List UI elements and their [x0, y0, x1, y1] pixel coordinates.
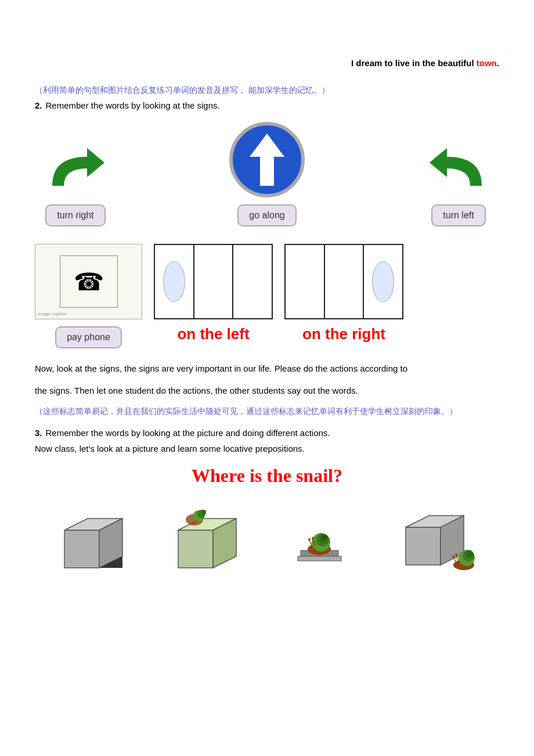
snail-title: Where is the snail? — [35, 465, 499, 487]
phone-caption: image caption — [38, 311, 67, 316]
on-the-right-item: on the right — [284, 244, 403, 343]
turn-left-arrow-icon — [424, 145, 493, 197]
turn-right-item: turn right — [41, 145, 110, 226]
snail-row — [35, 498, 499, 576]
cube-2-icon — [172, 507, 239, 574]
snail-box-1 — [59, 513, 125, 576]
phone-image-box: ☎ image caption — [35, 244, 142, 319]
left-panel-1 — [155, 245, 194, 318]
left-diagram-box — [154, 244, 273, 319]
turn-left-item: turn left — [424, 145, 493, 226]
sub-instruction: Now class, let's look at a picture and l… — [35, 444, 499, 453]
svg-rect-13 — [298, 556, 341, 561]
town-word: town — [477, 58, 497, 68]
svg-point-29 — [466, 550, 473, 557]
svg-marker-5 — [178, 530, 213, 568]
sentence-start: I dream to live in the beautiful — [351, 58, 477, 68]
svg-point-33 — [455, 553, 457, 556]
sentence-end: . — [497, 58, 499, 68]
right-diagram-box — [284, 244, 403, 319]
snail-box-2 — [172, 507, 239, 576]
cube-1-icon — [59, 513, 125, 574]
svg-point-11 — [201, 510, 206, 514]
bottom-row: ☎ image caption pay phone on the left — [35, 244, 499, 348]
paragraph-1: Now, look at the signs, the signs are ve… — [35, 360, 499, 377]
cube-4-icon — [400, 507, 475, 574]
go-along-label: go along — [237, 204, 296, 226]
turn-left-label: turn left — [431, 204, 485, 226]
instruction-2: 2.Remember the words by looking at the s… — [35, 100, 499, 110]
snail-box-3 — [286, 498, 353, 576]
svg-marker-0 — [250, 134, 284, 186]
right-panel-1 — [286, 245, 325, 318]
chinese-note-1: （利用简单的句型和图片结合反复练习单词的发音及拼写， 能加深学生的记忆。） — [35, 85, 499, 96]
go-along-sign — [229, 122, 305, 197]
right-panel-2 — [325, 245, 365, 318]
phone-icon: ☎ — [74, 268, 104, 296]
svg-marker-23 — [406, 527, 441, 565]
turn-right-label: turn right — [45, 204, 105, 226]
on-the-left-label: on the left — [177, 325, 249, 343]
snail-box-4 — [400, 507, 475, 576]
left-panel-2 — [194, 245, 234, 318]
go-along-item: go along — [229, 122, 305, 226]
svg-point-18 — [323, 535, 326, 539]
go-along-arrow-icon — [244, 131, 290, 189]
left-panel-3 — [233, 245, 272, 318]
cube-3-icon — [286, 498, 353, 574]
turn-right-arrow-icon — [41, 145, 110, 197]
pay-phone-item: ☎ image caption pay phone — [35, 244, 142, 348]
svg-point-22 — [312, 537, 314, 539]
paragraph-2: the signs. Then let one student do the a… — [35, 382, 499, 399]
svg-marker-1 — [64, 530, 99, 568]
right-oval-1 — [372, 261, 394, 302]
phone-inner-box: ☎ — [60, 255, 118, 308]
on-the-right-label: on the right — [302, 325, 385, 343]
header-sentence: I dream to live in the beautiful town. — [35, 58, 499, 68]
svg-point-21 — [308, 538, 311, 541]
signs-row: turn right go along turn left — [35, 122, 499, 226]
right-panel-3 — [364, 245, 402, 318]
on-the-left-item: on the left — [154, 244, 273, 343]
chinese-note-2: （这些标志简单易记，并且在我们的实际生活中随处可见，通过这些标志来记忆单词有利于… — [35, 404, 499, 419]
instruction-3: 3.Remember the words by looking at the p… — [35, 428, 499, 438]
svg-point-32 — [452, 555, 454, 557]
left-oval-1 — [163, 261, 185, 302]
pay-phone-label: pay phone — [55, 326, 122, 348]
